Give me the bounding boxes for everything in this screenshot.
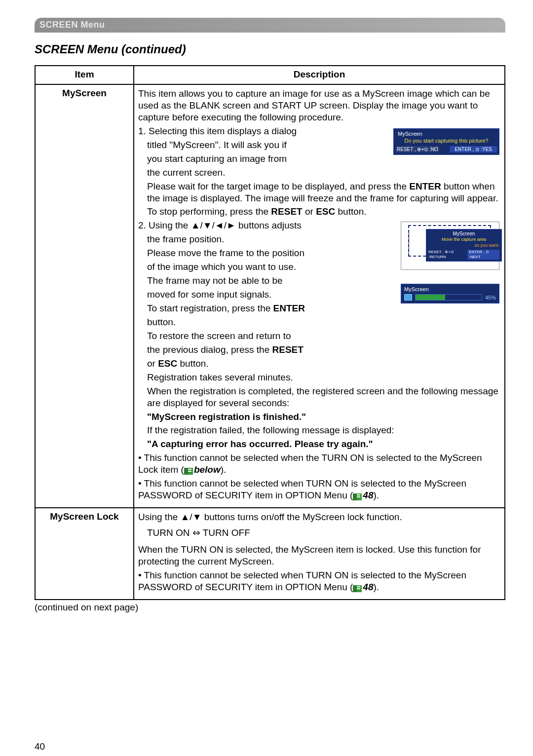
osd-dialog-progress: MyScreen 45%: [401, 284, 499, 303]
step-1-line: the current screen.: [138, 167, 500, 179]
step-2-line: To start registration, press the ENTER: [138, 302, 500, 314]
continued-text: (continued on next page): [35, 602, 505, 613]
osd-title: MyScreen: [396, 130, 497, 137]
table-header-row: Item Description: [35, 66, 505, 84]
result-message-error: "A capturing error has occurred. Please …: [138, 438, 500, 450]
result-text: When the registration is completed, the …: [138, 385, 500, 409]
item-name-myscreen: MyScreen: [35, 84, 134, 508]
osd-yes-option: ENTER , ⊙ :YES: [450, 146, 497, 152]
desc-text: Using the ▲/▼ buttons turns on/off the M…: [138, 511, 500, 523]
osd-next-option: ENTER , ⊙ :NEXT: [467, 250, 499, 260]
bullet-note: • This function cannot be selected when …: [138, 478, 500, 501]
section-title: SCREEN Menu (continued): [35, 42, 505, 56]
header-description: Description: [134, 66, 505, 84]
step-2-line: button.: [138, 316, 500, 328]
osd-question: Do you start capturing this picture?: [396, 137, 497, 144]
capture-frame-illustration: MyScreen Move the capture area as you wa…: [401, 222, 499, 270]
table-row: MyScreen Lock Using the ▲/▼ buttons turn…: [35, 508, 505, 600]
osd-no-option: RESET , ⊕+⊙ :NO: [396, 146, 439, 152]
table-row: MyScreen This item allows you to capture…: [35, 84, 505, 508]
osd-title: MyScreen: [404, 286, 496, 293]
osd-title: MyScreen: [428, 230, 499, 237]
step-1-line: To stop performing, press the RESET or E…: [138, 206, 500, 218]
breadcrumb-text: SCREEN Menu: [39, 20, 105, 30]
osd-dialog-start-capture: MyScreen Do you start capturing this pic…: [393, 128, 499, 155]
step-2-line: To restore the screen and return to: [138, 330, 500, 342]
osd-right-column: MyScreen Move the capture area as you wa…: [401, 222, 499, 303]
description-myscreen-lock: Using the ▲/▼ buttons turns on/off the M…: [134, 508, 505, 600]
osd-line: Move the capture area: [428, 237, 499, 243]
osd-line: as you want.: [428, 243, 499, 249]
step-2-line: or ESC button.: [138, 358, 500, 370]
menu-table: Item Description MyScreen This item allo…: [35, 65, 505, 600]
header-item: Item: [35, 66, 134, 84]
book-icon: [353, 585, 362, 592]
page: SCREEN Menu SCREEN Menu (continued) Item…: [0, 0, 533, 756]
description-myscreen: This item allows you to capture an image…: [134, 84, 505, 508]
bullet-note: • This function cannot be selected when …: [138, 452, 500, 476]
desc-text: This item allows you to capture an image…: [138, 88, 500, 123]
thumbnail-icon: [404, 294, 412, 301]
book-icon: [184, 468, 193, 475]
step-2-line: the previous dialog, press the RESET: [138, 344, 500, 356]
desc-text: When the TURN ON is selected, the MyScre…: [138, 544, 500, 567]
step-2-line: Registration takes several minutes.: [138, 372, 500, 383]
toggle-text: TURN ON ⇔ TURN OFF: [138, 527, 500, 539]
item-name-myscreen-lock: MyScreen Lock: [35, 508, 134, 600]
step-1-line: Please wait for the target image to be d…: [138, 181, 500, 204]
progress-percent: 45%: [485, 294, 496, 301]
bullet-note: • This function cannot be selected when …: [138, 569, 500, 593]
page-number: 40: [35, 741, 505, 752]
breadcrumb-bar: SCREEN Menu: [35, 18, 505, 33]
result-text: If the registration failed, the followin…: [138, 424, 500, 436]
result-message-success: "MyScreen registration is finished.": [138, 411, 500, 423]
progress-bar-icon: [415, 294, 482, 301]
book-icon: [353, 493, 362, 500]
osd-return-option: RESET , ⊕+⊙ :RETURN: [428, 250, 467, 260]
osd-dialog-move-area: MyScreen Move the capture area as you wa…: [426, 229, 502, 262]
